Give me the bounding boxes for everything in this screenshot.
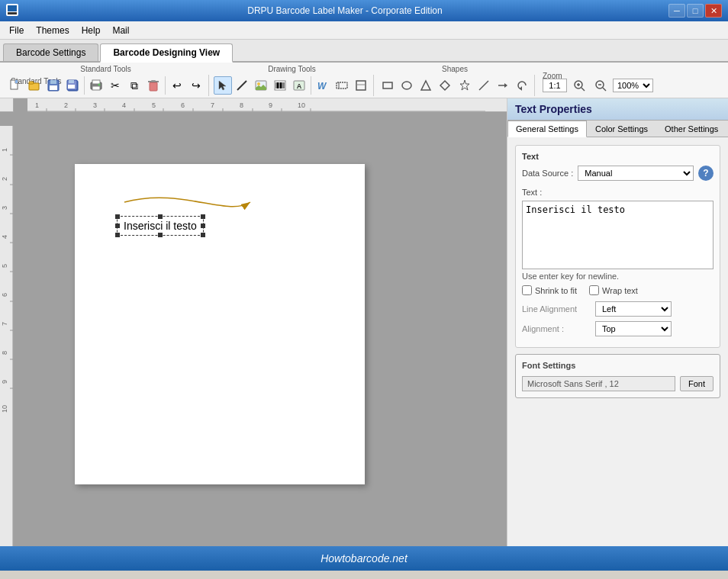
handle-mid-left[interactable]	[115, 224, 120, 228]
line-alignment-row: Line Alignment Left Center Right	[522, 301, 714, 317]
line-button[interactable]	[475, 76, 493, 95]
tab-other-settings[interactable]: Other Settings	[656, 121, 726, 137]
wrap-text-label[interactable]: Wrap text	[589, 285, 638, 295]
svg-line-47	[581, 88, 585, 91]
new-button[interactable]	[6, 76, 24, 95]
handle-bot-left[interactable]	[115, 233, 120, 237]
rotate-button[interactable]	[513, 76, 531, 95]
font-display: Microsoft Sans Serif , 12	[522, 376, 675, 391]
bottom-bar-text: Howtobarcode.net	[321, 552, 407, 565]
handle-top-left[interactable]	[115, 214, 120, 219]
redo-button[interactable]: ↪	[187, 76, 205, 95]
toolbar-area: Standard Tools Standard Tools	[0, 63, 728, 98]
cut-button[interactable]: ✂	[106, 76, 124, 95]
svg-rect-17	[150, 82, 157, 91]
text-section-title: Text	[522, 152, 714, 161]
arrow-button[interactable]	[494, 76, 512, 95]
textbox-button[interactable]	[333, 76, 351, 95]
zoom-percent-select[interactable]: 100% 75% 150% 200%	[613, 79, 653, 92]
handle-mid-right[interactable]	[201, 224, 205, 228]
triangle-button[interactable]	[417, 76, 435, 95]
draw-line-button[interactable]	[233, 76, 251, 95]
help-button[interactable]: ?	[698, 166, 714, 181]
menu-mail[interactable]: Mail	[106, 24, 135, 37]
handle-top-mid[interactable]	[158, 214, 163, 219]
resize-button[interactable]	[352, 76, 370, 95]
wrap-text-checkbox[interactable]	[589, 285, 599, 295]
shrink-to-fit-checkbox[interactable]	[522, 285, 532, 295]
rectangle-button[interactable]	[378, 76, 397, 95]
line-alignment-select[interactable]: Left Center Right	[595, 301, 672, 317]
line-alignment-label: Line Alignment	[522, 304, 591, 314]
maximize-button[interactable]: □	[687, 4, 704, 18]
svg-text:5: 5	[152, 101, 156, 109]
data-source-select[interactable]: Manual Database Sequential	[578, 166, 694, 181]
menu-file[interactable]: File	[3, 24, 30, 37]
main-tab-bar: Barcode Settings Barcode Designing View	[0, 40, 728, 63]
design-canvas[interactable]: Inserisci il testo	[75, 164, 365, 484]
select-tool-button[interactable]	[214, 76, 232, 95]
save-all-button[interactable]	[63, 76, 82, 95]
enter-key-info: Use enter key for newline.	[522, 272, 714, 281]
insert-image-button[interactable]	[252, 76, 270, 95]
handle-top-right[interactable]	[201, 214, 205, 219]
svg-line-20	[237, 81, 246, 90]
copy-button[interactable]: ⧉	[125, 76, 143, 95]
svg-rect-35	[356, 81, 366, 90]
canvas-area: 1 2 3 4 5 6 7 8 9	[0, 98, 507, 546]
delete-button[interactable]	[144, 76, 163, 95]
handle-bot-mid[interactable]	[158, 233, 163, 237]
text-label-row: Text :	[522, 187, 714, 198]
insert-barcode-button[interactable]	[271, 76, 289, 95]
font-button[interactable]: Font	[680, 376, 714, 391]
minimize-button[interactable]: ─	[668, 4, 685, 18]
svg-marker-41	[460, 80, 469, 90]
svg-rect-19	[151, 80, 156, 82]
handle-bot-right[interactable]	[201, 233, 205, 237]
svg-rect-12	[68, 85, 75, 88]
title-bar: DRPU Barcode Label Maker - Corporate Edi…	[0, 0, 728, 21]
canvas-content[interactable]: Inserisci il testo	[14, 126, 507, 546]
wordart-button[interactable]: W	[314, 76, 332, 95]
zoom-out-button[interactable]	[591, 76, 610, 95]
zoom-section: Zoom 1:1 100% 75% 150% 200%	[536, 75, 659, 96]
font-settings-title: Font Settings	[522, 361, 714, 370]
svg-rect-7	[50, 80, 56, 84]
right-panel: Text Properties General Settings Color S…	[507, 98, 728, 546]
print-preview-button[interactable]	[87, 76, 105, 95]
svg-text:7: 7	[211, 101, 214, 109]
undo-button[interactable]: ↩	[168, 76, 186, 95]
text-input[interactable]	[522, 201, 714, 269]
svg-text:6: 6	[181, 101, 185, 109]
svg-text:9: 9	[1, 380, 8, 384]
close-button[interactable]: ✕	[705, 4, 722, 18]
open-button[interactable]	[25, 76, 43, 95]
text-element[interactable]: Inserisci il testo	[117, 216, 204, 236]
zoom-in-button[interactable]	[570, 76, 588, 95]
svg-rect-2	[8, 12, 17, 14]
save-button[interactable]	[44, 76, 63, 95]
menu-help[interactable]: Help	[76, 24, 107, 37]
svg-marker-39	[421, 81, 430, 90]
tab-general-settings[interactable]: General Settings	[507, 121, 587, 137]
svg-line-51	[603, 88, 606, 91]
divider-2	[165, 76, 166, 95]
svg-rect-5	[29, 82, 34, 84]
tab-barcode-designing[interactable]: Barcode Designing View	[100, 43, 233, 63]
oval-button[interactable]	[398, 76, 416, 95]
divider-1	[84, 76, 85, 95]
drawing-tools-label: Drawing Tools	[211, 65, 373, 73]
menu-themes[interactable]: Themes	[30, 24, 75, 37]
ruler-area: 1 2 3 4 5 6 7 8 9	[0, 98, 507, 112]
svg-text:8: 8	[1, 351, 8, 355]
insert-text-button[interactable]: A	[290, 76, 308, 95]
diamond-button[interactable]	[436, 76, 454, 95]
tab-barcode-settings[interactable]: Barcode Settings	[3, 43, 98, 61]
text-area-container	[522, 201, 714, 272]
star-button[interactable]	[456, 76, 474, 95]
standard-tools-section: Standard Tools ✂	[3, 75, 209, 96]
shrink-to-fit-label[interactable]: Shrink to fit	[522, 285, 577, 295]
alignment-select[interactable]: Top Middle Bottom	[595, 321, 672, 336]
tab-color-settings[interactable]: Color Settings	[587, 121, 656, 137]
svg-rect-11	[69, 80, 74, 83]
